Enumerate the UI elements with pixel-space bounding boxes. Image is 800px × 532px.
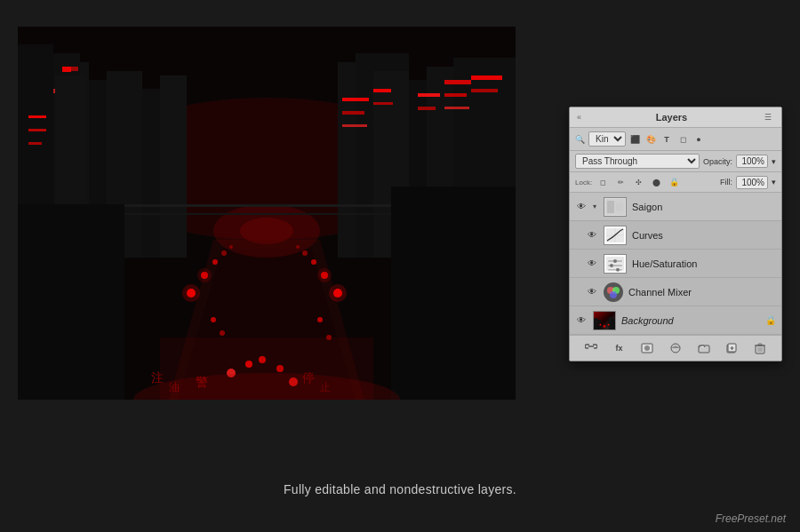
- layer-thumb-saigon: [604, 197, 627, 217]
- city-image: 注 油 警 停 止: [18, 27, 516, 400]
- visibility-eye-huesat[interactable]: 👁: [586, 258, 598, 270]
- blend-mode-select[interactable]: Pass Through Normal Multiply Screen Over…: [575, 154, 700, 169]
- layer-thumb-chanmix: [604, 282, 623, 302]
- layers-panel: « Layers ☰ 🔍 Kind Name Effect Mode Attri…: [569, 107, 782, 361]
- lock-artboard-icon[interactable]: ⬤: [649, 175, 663, 189]
- filter-shape-icon[interactable]: ◻: [676, 132, 690, 147]
- fx-button[interactable]: fx: [612, 340, 628, 356]
- svg-point-92: [616, 267, 620, 271]
- layers-menu-icon[interactable]: ☰: [762, 111, 774, 123]
- svg-rect-79: [607, 201, 614, 213]
- svg-rect-34: [418, 107, 436, 110]
- layer-name-background: Background: [621, 315, 760, 326]
- lock-paint-icon[interactable]: ✏: [613, 175, 628, 189]
- svg-rect-38: [471, 75, 502, 80]
- svg-rect-91: [608, 269, 622, 271]
- svg-rect-9: [62, 67, 71, 72]
- layers-title-bar: « Layers ☰: [570, 107, 781, 128]
- layer-item-saigon[interactable]: 👁 ▾ Saigon: [570, 193, 781, 221]
- svg-point-54: [317, 268, 332, 282]
- lock-position-icon[interactable]: ✣: [631, 175, 645, 189]
- svg-rect-32: [373, 102, 393, 105]
- svg-point-90: [610, 264, 613, 267]
- layer-item-curves[interactable]: 👁 Curves: [570, 221, 781, 250]
- layer-item-huesat[interactable]: 👁 Hue/Saturation: [570, 250, 781, 278]
- add-mask-button[interactable]: [639, 340, 655, 356]
- svg-rect-12: [71, 67, 78, 71]
- layer-list: 👁 ▾ Saigon 👁: [570, 193, 781, 335]
- svg-rect-37: [444, 107, 469, 109]
- svg-point-49: [221, 250, 227, 256]
- svg-rect-36: [444, 93, 467, 97]
- layer-item-background[interactable]: 👁: [570, 306, 781, 335]
- svg-rect-101: [612, 319, 615, 330]
- fill-dropdown-icon[interactable]: ▾: [772, 178, 776, 187]
- svg-point-104: [604, 325, 606, 328]
- layer-item-chanmix[interactable]: 👁 Channel Mixer: [570, 278, 781, 306]
- svg-rect-75: [18, 204, 124, 400]
- svg-point-65: [317, 317, 323, 322]
- svg-point-48: [212, 259, 218, 265]
- new-layer-button[interactable]: [724, 340, 740, 356]
- svg-point-64: [220, 330, 225, 336]
- filter-pixel-icon[interactable]: ⬛: [628, 132, 642, 147]
- svg-point-107: [644, 345, 650, 351]
- layer-thumb-huesat: [604, 254, 627, 274]
- collapse-arrows-icon[interactable]: «: [577, 113, 581, 122]
- svg-rect-28: [342, 98, 369, 101]
- svg-rect-17: [28, 142, 42, 145]
- visibility-eye-saigon[interactable]: 👁: [575, 201, 588, 213]
- lock-all-icon[interactable]: 🔒: [667, 175, 681, 189]
- new-adjustment-button[interactable]: [668, 340, 684, 356]
- fill-value[interactable]: 100%: [736, 176, 768, 189]
- layer-lock-icon: 🔒: [765, 315, 776, 325]
- svg-point-88: [613, 259, 617, 263]
- svg-rect-116: [758, 344, 762, 345]
- svg-rect-33: [418, 93, 440, 97]
- filter-smart-icon[interactable]: ●: [692, 132, 706, 147]
- caption-text: Fully editable and nondestructive layers…: [0, 482, 800, 496]
- visibility-eye-chanmix[interactable]: 👁: [586, 286, 598, 298]
- filter-adjustment-icon[interactable]: 🎨: [644, 132, 658, 147]
- svg-rect-29: [342, 111, 364, 115]
- svg-point-45: [182, 284, 200, 302]
- delete-layer-button[interactable]: [752, 340, 768, 356]
- svg-point-103: [608, 323, 610, 325]
- svg-point-56: [302, 250, 308, 256]
- lock-transparency-icon[interactable]: ◻: [596, 175, 610, 189]
- svg-rect-80: [616, 202, 623, 211]
- new-group-button[interactable]: [696, 340, 712, 356]
- lock-row: Lock: ◻ ✏ ✣ ⬤ 🔒 Fill: 100% ▾: [570, 172, 781, 193]
- layer-name-huesat: Hue/Saturation: [632, 258, 776, 269]
- layer-thumb-curves: [604, 226, 627, 245]
- svg-rect-76: [391, 187, 516, 400]
- svg-point-52: [329, 284, 347, 302]
- layer-name-curves: Curves: [632, 230, 776, 241]
- link-layers-button[interactable]: [583, 340, 599, 356]
- svg-point-47: [197, 268, 212, 282]
- filter-type-icon[interactable]: T: [660, 132, 674, 147]
- svg-rect-31: [373, 89, 391, 92]
- svg-rect-35: [444, 80, 471, 84]
- svg-rect-39: [471, 89, 498, 92]
- kind-label: 🔍: [575, 135, 585, 144]
- layers-panel-title: Layers: [656, 112, 687, 123]
- layer-thumb-background: [593, 311, 616, 330]
- svg-point-57: [296, 245, 300, 249]
- layer-name-chanmix: Channel Mixer: [628, 287, 776, 298]
- opacity-label: Opacity:: [703, 157, 732, 166]
- svg-point-55: [311, 259, 316, 265]
- folder-arrow-saigon[interactable]: ▾: [593, 202, 596, 210]
- layers-bottom-toolbar: fx: [570, 335, 781, 361]
- svg-rect-21: [160, 75, 187, 258]
- svg-point-102: [599, 323, 601, 325]
- visibility-eye-curves[interactable]: 👁: [586, 229, 598, 242]
- fill-label: Fill:: [720, 178, 732, 187]
- visibility-eye-background[interactable]: 👁: [575, 314, 588, 327]
- layer-name-saigon: Saigon: [632, 202, 776, 212]
- svg-point-50: [229, 245, 233, 249]
- kind-select[interactable]: Kind Name Effect Mode Attribute Color Sm…: [588, 131, 626, 147]
- opacity-dropdown-icon[interactable]: ▾: [772, 157, 776, 166]
- svg-rect-15: [28, 115, 46, 118]
- opacity-value[interactable]: 100%: [736, 155, 768, 168]
